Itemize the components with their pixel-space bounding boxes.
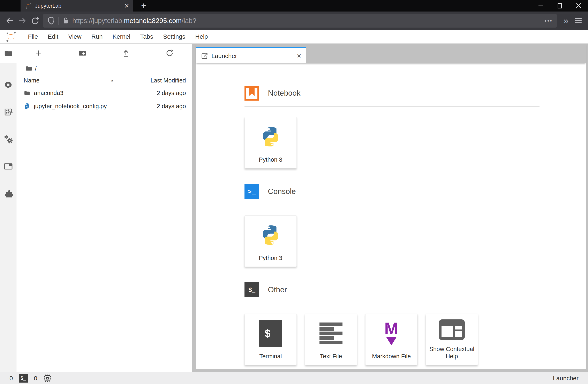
- url-prefix: https://jupyterlab.: [72, 17, 124, 24]
- launcher-tab-label: Launcher: [211, 52, 237, 59]
- section-divider: [245, 205, 540, 205]
- notebook-icon: [245, 86, 259, 101]
- toolbar-overflow-button[interactable]: »: [560, 16, 572, 26]
- menu-tabs[interactable]: Tabs: [135, 30, 158, 43]
- new-tab-button[interactable]: +: [136, 0, 151, 12]
- url-text: https://jupyterlab.metanoia8295.com/lab?: [72, 17, 196, 25]
- window-minimize-button[interactable]: [531, 0, 550, 12]
- notebook-cards: Python 3: [245, 117, 540, 168]
- section-notebook-header: Notebook: [245, 86, 540, 101]
- menu-file[interactable]: File: [23, 30, 43, 43]
- sidebar-tab-file-browser[interactable]: [0, 44, 17, 63]
- terminal-icon: $_: [245, 282, 259, 297]
- browser-tab-close-button[interactable]: ×: [125, 2, 129, 10]
- name-header-label: Name: [24, 77, 40, 84]
- breadcrumb[interactable]: /: [17, 62, 192, 75]
- refresh-icon: [165, 48, 174, 58]
- menu-edit[interactable]: Edit: [43, 30, 63, 43]
- menu-settings[interactable]: Settings: [158, 30, 190, 43]
- status-bar: 0 $_ 0 Launcher: [0, 372, 588, 384]
- home-folder-icon: [25, 65, 32, 72]
- page-actions-button[interactable]: •••: [545, 18, 553, 24]
- section-console-header: >_ Console: [245, 184, 540, 199]
- section-other-header: $_ Other: [245, 282, 540, 297]
- back-button[interactable]: [3, 14, 16, 27]
- browser-tab[interactable]: JupyterLab ×: [21, 0, 133, 12]
- new-folder-icon: [78, 48, 87, 58]
- screen: JupyterLab × +: [0, 0, 588, 384]
- file-list-header: Name ▲ Last Modified: [17, 75, 192, 86]
- file-browser-panel: / Name ▲ Last Modified anaconda3 2 days …: [17, 44, 192, 372]
- sidebar-tab-open-tabs[interactable]: [0, 153, 16, 180]
- text-file-card[interactable]: Text File: [305, 314, 357, 365]
- upload-button[interactable]: [104, 48, 148, 58]
- section-console: >_ Console: [245, 184, 540, 267]
- section-divider: [245, 303, 540, 303]
- window-maximize-button[interactable]: [550, 0, 569, 12]
- new-folder-button[interactable]: [60, 48, 104, 58]
- tabs-icon: [3, 162, 13, 171]
- python-logo: [259, 224, 282, 247]
- file-row-anaconda3[interactable]: anaconda3 2 days ago: [17, 86, 192, 100]
- folder-icon: [24, 90, 30, 96]
- launcher-body: Notebook Python 3: [196, 63, 586, 369]
- command-palette-icon: [3, 107, 13, 117]
- menu-kernel[interactable]: Kernel: [108, 30, 135, 43]
- file-modified: 2 days ago: [157, 90, 192, 96]
- column-header-name[interactable]: Name ▲: [17, 75, 121, 86]
- card-label: Text File: [318, 353, 344, 360]
- console-cards: Python 3: [245, 215, 540, 267]
- file-name: jupyter_notebook_config.py: [34, 103, 157, 110]
- running-sessions-status[interactable]: 0 $_ 0: [9, 374, 52, 383]
- url-bar[interactable]: https://jupyterlab.metanoia8295.com/lab?…: [43, 14, 557, 27]
- last-modified-header-label: Last Modified: [151, 77, 186, 84]
- menu-view[interactable]: View: [63, 30, 86, 43]
- file-name: anaconda3: [34, 90, 157, 96]
- jupyter-logo: [4, 30, 18, 43]
- launcher-tab[interactable]: Launcher ×: [196, 47, 306, 63]
- sidebar-tab-property-inspector[interactable]: [0, 125, 16, 153]
- markdown-icon: M: [384, 321, 398, 345]
- card-label: Python 3: [257, 156, 284, 163]
- column-header-last-modified[interactable]: Last Modified: [121, 77, 192, 84]
- reload-icon: [30, 16, 40, 25]
- forward-button[interactable]: [16, 14, 29, 27]
- reload-button[interactable]: [29, 14, 42, 27]
- section-other: $_ Other $_ Terminal: [245, 282, 540, 365]
- file-row-jupyter-notebook-config[interactable]: jupyter_notebook_config.py 2 days ago: [17, 100, 192, 113]
- puzzle-icon: [3, 188, 13, 198]
- jupyter-body: / Name ▲ Last Modified anaconda3 2 days …: [0, 44, 588, 372]
- maximize-icon: [558, 3, 562, 8]
- current-activity-label: Launcher: [553, 375, 579, 382]
- window-close-button[interactable]: [569, 0, 588, 12]
- sidebar-tab-extension-manager[interactable]: [0, 180, 16, 207]
- menu-help[interactable]: Help: [190, 30, 213, 43]
- launcher-tab-close-button[interactable]: ×: [297, 52, 301, 60]
- breadcrumb-root[interactable]: /: [35, 65, 37, 72]
- contextual-help-card[interactable]: Show Contextual Help: [426, 314, 478, 365]
- dock-tabbar: Launcher ×: [196, 44, 586, 63]
- sort-ascending-icon: ▲: [110, 78, 114, 83]
- jupyter-menubar: File Edit View Run Kernel Tabs Settings …: [0, 30, 588, 44]
- terminal-icon: $_: [259, 320, 282, 347]
- section-notebook: Notebook Python 3: [245, 86, 540, 168]
- menu-button[interactable]: [572, 14, 585, 27]
- lock-icon: [62, 17, 69, 25]
- notebook-python3-card[interactable]: Python 3: [245, 117, 297, 168]
- urlbar-divider: [58, 17, 59, 25]
- terminal-card[interactable]: $_ Terminal: [245, 314, 297, 365]
- sidebar-tab-running-sessions[interactable]: [0, 71, 16, 98]
- terminal-icon: $_: [19, 374, 28, 383]
- new-launcher-button[interactable]: [17, 49, 60, 57]
- markdown-file-card[interactable]: M Markdown File: [365, 314, 418, 365]
- card-label: Python 3: [257, 254, 284, 262]
- sidebar-tab-command-palette[interactable]: [0, 98, 16, 125]
- section-divider: [245, 106, 540, 107]
- menu-run[interactable]: Run: [86, 30, 108, 43]
- browser-titlebar: JupyterLab × +: [0, 0, 588, 12]
- contextual-help-icon: [439, 319, 465, 340]
- console-python3-card[interactable]: Python 3: [245, 215, 297, 267]
- section-other-title: Other: [268, 286, 287, 294]
- file-modified: 2 days ago: [157, 103, 192, 110]
- refresh-button[interactable]: [148, 48, 192, 58]
